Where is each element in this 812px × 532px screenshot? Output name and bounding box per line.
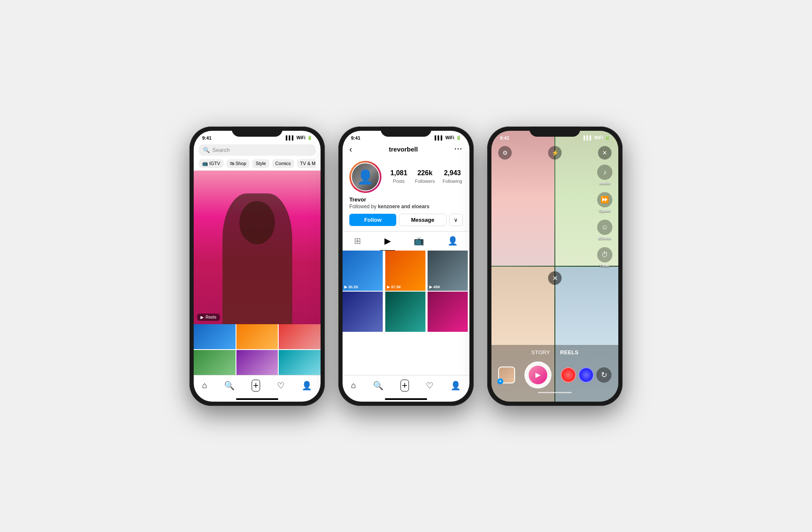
profile-grid-item-6[interactable] bbox=[428, 292, 468, 332]
main-feed-image: ▶ Reels bbox=[194, 171, 321, 324]
reels-label: Reels bbox=[206, 315, 217, 320]
effects-label: Effects bbox=[598, 236, 611, 240]
nav-add-2[interactable]: + bbox=[401, 380, 409, 391]
grid-item-6[interactable] bbox=[279, 350, 321, 375]
profile-tabs: ⊞ ▶ 📺 👤 bbox=[343, 231, 469, 251]
follow-button[interactable]: Follow bbox=[349, 214, 396, 226]
close-timer-btn[interactable]: ✕ bbox=[548, 271, 562, 285]
status-icons-2: ▌▌▌ WiFi 🔋 bbox=[435, 135, 461, 140]
speed-label: Speed bbox=[599, 209, 610, 213]
nav-heart-1[interactable]: ♡ bbox=[277, 380, 285, 391]
tab-story[interactable]: STORY bbox=[531, 349, 550, 356]
profile-nav: ‹ trevorbell ··· bbox=[343, 143, 469, 157]
wifi-icon-3: WiFi bbox=[594, 135, 603, 140]
gallery-thumb[interactable]: + bbox=[498, 367, 515, 383]
timer-icon-btn: ⏱ bbox=[597, 247, 612, 262]
shop-icon: 🛍 bbox=[230, 161, 234, 166]
nav-search-2[interactable]: 🔍 bbox=[373, 380, 384, 391]
screen-2: 9:41 ▌▌▌ WiFi 🔋 ‹ trevorbell ··· 👤 bbox=[343, 131, 469, 402]
feed-grid bbox=[194, 324, 321, 375]
grid-item-2[interactable] bbox=[236, 324, 278, 349]
status-icons-1: ▌▌▌ WiFi 🔋 bbox=[286, 135, 312, 140]
more-button[interactable]: ··· bbox=[455, 145, 463, 153]
tab-reels[interactable]: ▶ bbox=[380, 232, 395, 251]
message-button[interactable]: Message bbox=[399, 214, 447, 226]
record-reels-icon: ▶ bbox=[535, 371, 540, 379]
audio-control[interactable]: ♪ Audio bbox=[597, 165, 612, 185]
tab-tagged[interactable]: 👤 bbox=[443, 232, 462, 251]
nav-add-1[interactable]: + bbox=[252, 380, 261, 391]
category-igtv[interactable]: 📺 IGTV bbox=[199, 159, 224, 168]
p1-header: 🔍 Search 📺 IGTV 🛍 Shop Style bbox=[194, 143, 321, 171]
home-indicator-3 bbox=[538, 392, 572, 393]
category-tvmovie[interactable]: TV & Movie bbox=[297, 159, 315, 168]
camera-top-controls: ⚙ ⚡ ✕ bbox=[491, 146, 618, 160]
profile-grid-item-3[interactable]: ▶ 45K bbox=[428, 251, 468, 291]
profile-username: trevorbell bbox=[389, 146, 417, 153]
flip-camera-button[interactable]: ↻ bbox=[596, 367, 612, 383]
tab-igtv[interactable]: 📺 bbox=[409, 232, 428, 251]
close-timer-icon: ✕ bbox=[552, 274, 558, 282]
add-story-icon: + bbox=[497, 378, 503, 384]
nav-home-1[interactable]: ⌂ bbox=[202, 380, 207, 390]
comics-label: Comics bbox=[275, 161, 291, 166]
followed-by-text: Followed by kenzoere and eloears bbox=[349, 204, 463, 209]
profile-stats: 1,081 Posts 226k Followers 2,943 Followi… bbox=[390, 169, 463, 185]
grid-item-1[interactable] bbox=[194, 324, 236, 349]
grid-item-4[interactable] bbox=[194, 350, 236, 375]
filter-btn-1[interactable] bbox=[561, 367, 576, 383]
category-style[interactable]: Style bbox=[252, 159, 269, 168]
record-button[interactable]: ▶ bbox=[524, 361, 551, 389]
nav-search-1[interactable]: 🔍 bbox=[224, 380, 235, 391]
timer-control[interactable]: ⏱ Timer bbox=[597, 247, 612, 268]
tab-reels-cam[interactable]: REELS bbox=[560, 349, 578, 356]
followed-by-users: kenzoere and eloears bbox=[378, 204, 429, 209]
profile-grid-item-2[interactable]: ▶ 37.3K bbox=[385, 251, 425, 291]
style-label: Style bbox=[255, 161, 266, 166]
filter-btn-2[interactable] bbox=[579, 367, 594, 383]
search-bar[interactable]: 🔍 Search bbox=[199, 144, 315, 156]
nav-home-2[interactable]: ⌂ bbox=[351, 380, 356, 390]
category-comics[interactable]: Comics bbox=[272, 159, 294, 168]
notch-2 bbox=[381, 127, 431, 137]
speed-icon-btn: ⏩ bbox=[597, 192, 612, 207]
effects-control[interactable]: ☺ Effects bbox=[597, 220, 612, 240]
battery-icon-3: 🔋 bbox=[605, 135, 610, 140]
view-count-1: ▶ 30.2K bbox=[344, 285, 359, 289]
audio-label: Audio bbox=[599, 181, 610, 185]
home-indicator-1 bbox=[236, 398, 278, 400]
signal-icon-1: ▌▌▌ bbox=[286, 135, 295, 140]
dropdown-button[interactable]: ∨ bbox=[449, 214, 463, 226]
categories-row: 📺 IGTV 🛍 Shop Style Comics TV & Movie bbox=[199, 159, 315, 168]
category-shop[interactable]: 🛍 Shop bbox=[226, 159, 250, 168]
igtv-icon: 📺 bbox=[202, 161, 208, 166]
nav-heart-2[interactable]: ♡ bbox=[426, 380, 433, 391]
flash-icon: ⚡ bbox=[551, 149, 559, 156]
profile-grid-item-4[interactable] bbox=[343, 292, 383, 332]
avatar-placeholder: 👤 bbox=[357, 169, 374, 185]
speed-control[interactable]: ⏩ Speed bbox=[597, 192, 612, 213]
nav-profile-1[interactable]: 👤 bbox=[302, 380, 312, 391]
posts-label: Posts bbox=[393, 179, 405, 184]
avatar-ring[interactable]: 👤 bbox=[349, 161, 381, 193]
flash-button[interactable]: ⚡ bbox=[548, 146, 562, 160]
camera-bottom-controls: + ▶ ↻ bbox=[498, 361, 612, 389]
speed-icon: ⏩ bbox=[601, 196, 609, 204]
profile-content-grid: ▶ 30.2K ▶ 37.3K ▶ 45K bbox=[343, 251, 469, 375]
camera-tabs: STORY REELS bbox=[498, 349, 612, 356]
bottom-nav-1: ⌂ 🔍 + ♡ 👤 bbox=[194, 375, 321, 398]
tab-grid[interactable]: ⊞ bbox=[350, 232, 365, 251]
settings-button[interactable]: ⚙ bbox=[498, 146, 512, 160]
close-camera-button[interactable]: ✕ bbox=[598, 146, 612, 160]
profile-grid-item-1[interactable]: ▶ 30.2K bbox=[343, 251, 383, 291]
grid-item-5[interactable] bbox=[236, 350, 278, 375]
profile-grid-item-5[interactable] bbox=[385, 292, 425, 332]
grid-item-3[interactable] bbox=[279, 324, 321, 349]
back-button[interactable]: ‹ bbox=[349, 144, 352, 154]
battery-icon-2: 🔋 bbox=[456, 135, 461, 140]
timer-icon: ⏱ bbox=[601, 251, 608, 259]
profile-grid: ▶ 30.2K ▶ 37.3K ▶ 45K bbox=[343, 251, 469, 332]
time-2: 9:41 bbox=[351, 135, 360, 141]
nav-profile-2[interactable]: 👤 bbox=[450, 380, 461, 391]
followed-by-prefix: Followed by bbox=[349, 204, 378, 209]
